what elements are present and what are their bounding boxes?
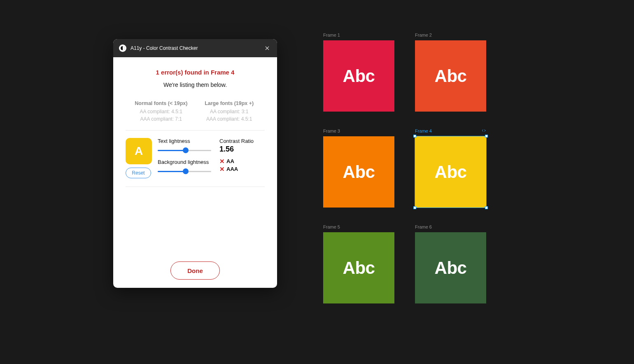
compliance-large: Large fonts (19px +) AA compliant: 3:1 A… (198, 100, 261, 123)
compliance-normal-aaa: AAA compliant: 7:1 (130, 115, 193, 123)
frame-label[interactable]: Frame 6 (415, 224, 486, 230)
aa-status-label: AA (226, 158, 234, 165)
compliance-large-aa: AA compliant: 3:1 (198, 108, 261, 115)
sliders: Text lightness Background lightness (158, 138, 214, 176)
sub-heading: We're listing them below. (126, 82, 265, 88)
dialog-title: A11y - Color Contrast Checker (131, 45, 259, 51)
text-lightness-slider[interactable] (158, 146, 214, 155)
selection-handle[interactable] (485, 135, 488, 138)
error-heading: 1 error(s) found in Frame 4 (126, 69, 265, 76)
frame[interactable]: Abc (415, 232, 486, 303)
frame-label-text: Frame 5 (323, 224, 340, 229)
dev-mode-icon[interactable] (481, 128, 486, 134)
frame-wrap[interactable]: Frame 6Abc (415, 224, 486, 303)
selection-handle[interactable] (413, 135, 416, 138)
divider (126, 130, 265, 131)
bg-lightness-block: Background lightness (158, 159, 214, 176)
frame-label-text: Frame 4 (415, 128, 432, 133)
frame[interactable]: Abc (415, 136, 486, 208)
frame-wrap[interactable]: Frame 5Abc (323, 224, 394, 303)
bg-lightness-slider[interactable] (158, 167, 214, 176)
compliance-large-title: Large fonts (19px +) (198, 100, 261, 106)
close-icon (264, 45, 270, 51)
status-block: ✕ AA ✕ AAA (219, 158, 265, 173)
frame-label[interactable]: Frame 1 (323, 32, 394, 38)
frame-wrap[interactable]: Frame 2Abc (415, 32, 486, 112)
frame-label-text: Frame 6 (415, 224, 432, 229)
text-lightness-block: Text lightness (158, 138, 214, 155)
frame-wrap[interactable]: Frame 1Abc (323, 32, 394, 112)
aaa-status-label: AAA (226, 166, 238, 173)
done-button[interactable]: Done (170, 261, 220, 280)
frame[interactable]: Abc (323, 136, 394, 208)
frame-label-text: Frame 1 (323, 33, 340, 37)
canvas[interactable]: Frame 1AbcFrame 2AbcFrame 3AbcFrame 4Abc… (323, 32, 486, 303)
plugin-dialog: A11y - Color Contrast Checker 1 error(s)… (113, 39, 277, 288)
frame-wrap[interactable]: Frame 4Abc (415, 128, 486, 208)
dialog-header: A11y - Color Contrast Checker (113, 39, 277, 57)
frame-label[interactable]: Frame 3 (323, 128, 394, 134)
compliance-normal-title: Normal fonts (< 19px) (130, 100, 193, 106)
sample-swatch: A (126, 138, 152, 164)
text-lightness-label: Text lightness (158, 138, 214, 144)
aa-status-icon: ✕ (219, 158, 225, 166)
compliance-info: Normal fonts (< 19px) AA compliant: 4.5:… (126, 100, 265, 123)
aa-status: ✕ AA (219, 158, 265, 166)
bg-lightness-label: Background lightness (158, 159, 214, 165)
aaa-status-icon: ✕ (219, 166, 225, 173)
frame-label-text: Frame 3 (323, 128, 340, 133)
frame-label[interactable]: Frame 4 (415, 128, 486, 134)
frame[interactable]: Abc (415, 40, 486, 112)
dialog-body: 1 error(s) found in Frame 4 We're listin… (113, 57, 277, 288)
ratio-column: Contrast Ratio 1.56 ✕ AA ✕ AAA (219, 138, 265, 173)
close-button[interactable] (263, 44, 271, 52)
plugin-logo-icon (119, 44, 126, 52)
frame-wrap[interactable]: Frame 3Abc (323, 128, 394, 208)
frame-label[interactable]: Frame 5 (323, 224, 394, 230)
compliance-normal-aa: AA compliant: 4.5:1 (130, 108, 193, 115)
ratio-label: Contrast Ratio (219, 138, 265, 144)
ratio-value: 1.56 (219, 145, 265, 154)
compliance-large-aaa: AAA compliant: 4.5:1 (198, 115, 261, 123)
frame-label[interactable]: Frame 2 (415, 32, 486, 38)
aaa-status: ✕ AAA (219, 166, 265, 173)
compliance-normal: Normal fonts (< 19px) AA compliant: 4.5:… (130, 100, 193, 123)
reset-button[interactable]: Reset (126, 168, 151, 178)
error-item: A Reset Text lightness Background lightn… (126, 138, 265, 178)
frame[interactable]: Abc (323, 232, 394, 303)
selection-handle[interactable] (413, 206, 416, 209)
frame-label-text: Frame 2 (415, 33, 432, 37)
contrast-icon (120, 46, 125, 51)
selection-handle[interactable] (485, 206, 488, 209)
frame[interactable]: Abc (323, 40, 394, 112)
